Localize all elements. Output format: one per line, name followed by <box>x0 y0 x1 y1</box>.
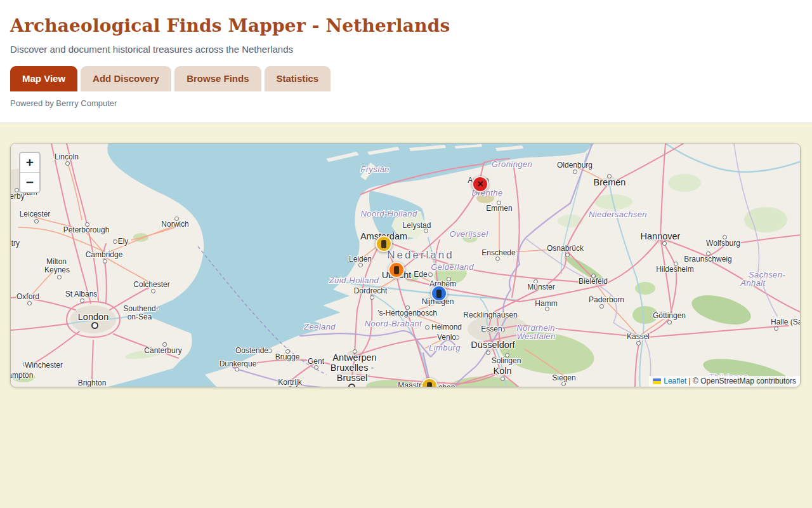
x-icon: × <box>477 178 483 189</box>
map-container[interactable]: LincolnhamerbyLeicesterPeterboroughNorwi… <box>10 143 801 387</box>
artifact-icon <box>427 382 432 388</box>
leaflet-link[interactable]: Leaflet <box>664 377 686 385</box>
map-attribution: Leaflet | © OpenStreetMap contributors <box>649 376 800 387</box>
page-subtitle: Discover and document historical treasur… <box>10 44 802 55</box>
marker-find-assen[interactable]: × <box>472 176 488 192</box>
zoom-out-button[interactable]: − <box>20 173 39 192</box>
ukraine-flag-icon <box>653 378 661 384</box>
powered-by-text: Powered by Berrry Computer <box>10 98 802 108</box>
page-title: Archaeological Finds Mapper - Netherland… <box>10 15 802 36</box>
marker-find-nijmegen[interactable] <box>431 285 447 302</box>
tab-add-discovery[interactable]: Add Discovery <box>81 66 171 91</box>
app-header: Archaeological Finds Mapper - Netherland… <box>0 0 812 123</box>
artifact-icon <box>381 240 386 248</box>
tab-map-view[interactable]: Map View <box>10 66 77 91</box>
artifact-icon <box>436 290 442 298</box>
map-markers-layer: × <box>11 144 800 387</box>
tab-browse-finds[interactable]: Browse Finds <box>174 66 261 91</box>
marker-find-amsterdam[interactable] <box>376 236 392 252</box>
marker-find-maastricht[interactable] <box>421 378 438 387</box>
marker-find-utrecht[interactable] <box>388 262 405 278</box>
zoom-in-button[interactable]: + <box>20 153 39 173</box>
artifact-icon <box>394 266 399 274</box>
tab-bar: Map View Add Discovery Browse Finds Stat… <box>10 66 802 91</box>
tab-statistics[interactable]: Statistics <box>265 66 331 91</box>
map-zoom-control: + − <box>19 152 41 193</box>
attribution-text: | © OpenStreetMap contributors <box>686 377 796 385</box>
